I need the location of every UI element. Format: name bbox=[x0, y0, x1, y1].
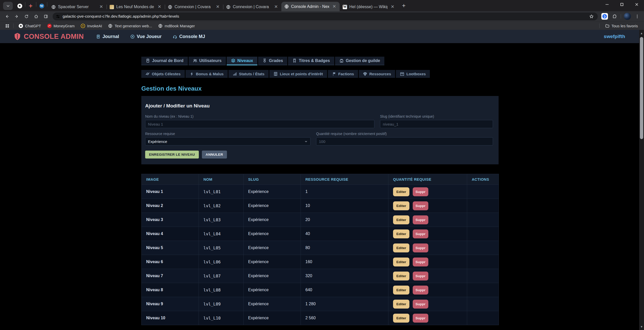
tab-gestion-guilde[interactable]: Gestion de guilde bbox=[335, 57, 384, 65]
gemini-sparkle-icon bbox=[28, 4, 33, 8]
level-slug-cell: lvl_L04 bbox=[199, 227, 244, 241]
browser-tab[interactable]: Connexion | Covara ✕ bbox=[165, 3, 223, 11]
delete-button[interactable]: Suppr bbox=[413, 286, 428, 295]
empty-cell bbox=[467, 283, 499, 297]
address-bar[interactable]: galactic-pve-conquest-c7fe.dev.flatlogic… bbox=[53, 13, 598, 20]
bookmark-label: ChatGPT bbox=[25, 24, 41, 28]
app-brand[interactable]: CONSOLE ADMIN bbox=[14, 33, 84, 41]
tab-utilisateurs[interactable]: Utilisateurs bbox=[189, 57, 226, 65]
edit-button[interactable]: Editer bbox=[393, 215, 409, 224]
edit-button[interactable]: Editer bbox=[393, 300, 409, 309]
kebab-menu-icon bbox=[635, 14, 639, 19]
delete-button[interactable]: Suppr bbox=[413, 300, 428, 309]
delete-button[interactable]: Suppr bbox=[413, 215, 428, 224]
pinned-tab-wordpress[interactable]: W bbox=[37, 2, 46, 10]
nav-console-mj[interactable]: Console MJ bbox=[173, 34, 205, 39]
browser-tab[interactable]: Spacebar Server ✕ bbox=[48, 3, 107, 11]
edit-button[interactable]: Editer bbox=[393, 187, 409, 196]
lootbox-icon bbox=[400, 72, 404, 76]
nav-vue-joueur[interactable]: Vue Joueur bbox=[130, 34, 162, 39]
tab-close-button[interactable]: ✕ bbox=[98, 4, 104, 10]
quantity-input[interactable] bbox=[316, 137, 493, 145]
level-slug-input[interactable] bbox=[380, 120, 493, 128]
admin-secondary-tabs: Objets Célestes Bonus & Malus Statuts / … bbox=[141, 70, 499, 78]
extension-shortcut-button[interactable]: ❯ bbox=[600, 12, 609, 21]
tab-close-button[interactable]: ✕ bbox=[215, 4, 221, 10]
all-bookmarks-button[interactable]: Tous les favoris bbox=[603, 23, 640, 29]
tab-ressources[interactable]: Ressources bbox=[359, 70, 395, 78]
edit-button[interactable]: Editer bbox=[393, 201, 409, 210]
level-resource-cell: Expérience bbox=[244, 283, 301, 297]
tab-close-button[interactable]: ✕ bbox=[331, 4, 337, 9]
new-tab-button[interactable]: + bbox=[399, 1, 408, 10]
delete-button[interactable]: Suppr bbox=[413, 272, 428, 280]
cancel-button[interactable]: ANNULER bbox=[202, 151, 227, 158]
delete-button[interactable]: Suppr bbox=[413, 258, 428, 266]
bookmark-star-button[interactable] bbox=[587, 12, 596, 21]
pinned-tab-chatgpt[interactable] bbox=[15, 2, 24, 10]
window-minimize-button[interactable] bbox=[600, 0, 614, 9]
bookmark-text-generation[interactable]: Text generation web... bbox=[106, 23, 155, 29]
browser-tab[interactable]: Les Neuf Mondes de la Mythol ✕ bbox=[107, 3, 165, 11]
tab-bonus-malus[interactable]: Bonus & Malus bbox=[186, 70, 228, 78]
edit-button[interactable]: Editer bbox=[393, 229, 409, 238]
scrollbar-thumb[interactable] bbox=[640, 37, 643, 139]
home-button[interactable] bbox=[32, 12, 40, 21]
tab-titres-badges[interactable]: Titres & Badges bbox=[288, 57, 334, 65]
back-button[interactable] bbox=[3, 12, 11, 21]
delete-button[interactable]: Suppr bbox=[413, 243, 428, 252]
bookmark-moneygram[interactable]: MoneyGram bbox=[45, 23, 77, 29]
bookmark-invokeai[interactable]: InvokeAI bbox=[78, 23, 105, 29]
reload-button[interactable] bbox=[22, 12, 31, 21]
journal-icon bbox=[96, 34, 100, 39]
tab-lieux-poi[interactable]: Lieux et points d'intérêt bbox=[269, 70, 327, 78]
tab-niveaux-active[interactable]: Niveaux bbox=[227, 57, 257, 65]
edit-button[interactable]: Editer bbox=[393, 272, 409, 280]
users-icon bbox=[193, 58, 197, 63]
save-level-button[interactable]: ENREGISTRER LE NIVEAU bbox=[145, 151, 199, 158]
window-close-button[interactable] bbox=[629, 0, 644, 9]
forward-button[interactable] bbox=[12, 12, 21, 21]
delete-button[interactable]: Suppr bbox=[413, 229, 428, 238]
delete-button[interactable]: Suppr bbox=[413, 314, 428, 323]
scrollbar-down-arrow[interactable]: ▼ bbox=[639, 323, 644, 330]
edit-button[interactable]: Editer bbox=[393, 314, 409, 323]
browser-tab[interactable]: W Hel (déesse) — Wikipédia ✕ bbox=[340, 3, 398, 11]
apps-grid-button[interactable] bbox=[4, 22, 11, 29]
scrollbar-up-arrow[interactable]: ▲ bbox=[639, 30, 644, 36]
browser-tab[interactable]: Connexion | Covara ✕ bbox=[223, 3, 281, 11]
edit-button[interactable]: Editer bbox=[393, 243, 409, 252]
tab-search-button[interactable] bbox=[3, 2, 13, 10]
tab-objets-celestes[interactable]: Objets Célestes bbox=[141, 70, 185, 78]
tab-journal-de-bord[interactable]: Journal de Bord bbox=[141, 57, 188, 65]
logged-in-username[interactable]: swefpifth bbox=[604, 34, 625, 39]
window-maximize-button[interactable] bbox=[614, 0, 629, 9]
tab-statuts-etats[interactable]: Statuts / États bbox=[228, 70, 269, 78]
edit-button[interactable]: Editer bbox=[393, 258, 409, 266]
profile-avatar[interactable] bbox=[623, 12, 632, 21]
resource-select[interactable]: Expérience bbox=[145, 137, 310, 145]
bookmark-label: MoneyGram bbox=[54, 24, 75, 28]
delete-button[interactable]: Suppr bbox=[413, 201, 428, 210]
invokeai-icon bbox=[81, 24, 85, 28]
edit-button[interactable]: Editer bbox=[393, 286, 409, 295]
browser-menu-button[interactable] bbox=[633, 12, 641, 21]
browser-tab-active[interactable]: Console Admin - Nexus ✕ bbox=[281, 2, 340, 11]
page-title: Gestion des Niveaux bbox=[141, 85, 499, 92]
bookmark-chatgpt[interactable]: ChatGPT bbox=[16, 23, 44, 29]
tab-close-button[interactable]: ✕ bbox=[273, 4, 279, 10]
nav-journal[interactable]: Journal bbox=[96, 34, 119, 39]
pinned-tab-gemini[interactable] bbox=[26, 2, 35, 10]
tab-close-button[interactable]: ✕ bbox=[390, 4, 395, 10]
tab-factions[interactable]: Factions bbox=[328, 70, 358, 78]
level-name-input[interactable] bbox=[145, 120, 374, 128]
page-scrollbar[interactable]: ▲ ▼ bbox=[639, 30, 644, 330]
extensions-button[interactable] bbox=[610, 12, 619, 21]
side-panel-button[interactable] bbox=[41, 12, 50, 21]
level-quantity-cell: 1 bbox=[301, 185, 388, 199]
delete-button[interactable]: Suppr bbox=[413, 187, 428, 196]
tab-lootboxes[interactable]: Lootboxes bbox=[396, 70, 430, 78]
bookmark-mdbook[interactable]: mdBook Manager bbox=[156, 23, 197, 29]
tab-grades[interactable]: Grades bbox=[258, 57, 287, 65]
tab-close-button[interactable]: ✕ bbox=[157, 4, 162, 10]
